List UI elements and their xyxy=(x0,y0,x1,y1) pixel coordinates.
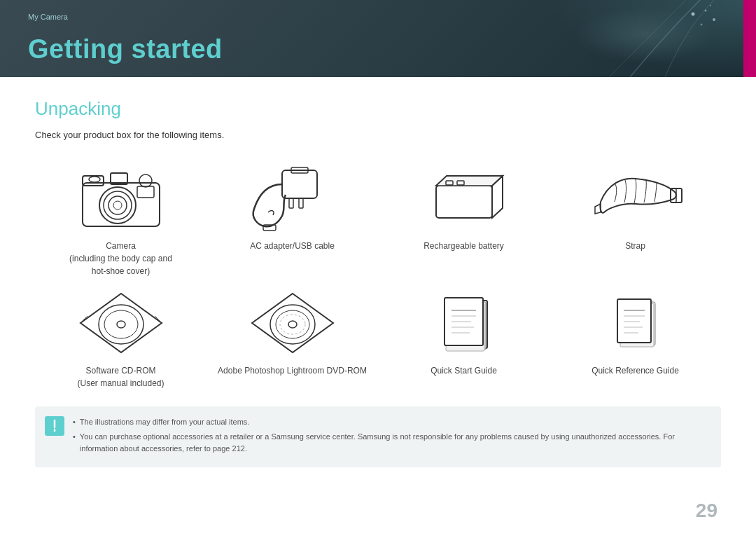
item-strap: Strap xyxy=(550,160,721,277)
page-title: Getting started xyxy=(28,34,223,64)
svg-rect-6 xyxy=(83,176,104,186)
item-quick-reference: Quick Reference Guide xyxy=(550,284,721,390)
page-number: 29 xyxy=(696,500,718,522)
svg-point-8 xyxy=(99,187,136,224)
breadcrumb: My Camera xyxy=(28,13,68,21)
section-title: Unpacking xyxy=(35,98,721,120)
lightroom-dvd-icon xyxy=(237,284,349,362)
battery-icon xyxy=(408,160,520,237)
item-lightroom-dvd: Adobe Photoshop Lightroom DVD-ROM xyxy=(206,284,378,390)
item-ac-adapter: AC adapter/USB cable xyxy=(206,160,378,277)
svg-point-14 xyxy=(139,174,152,187)
note-box: The illustrations may differ from your a… xyxy=(35,406,721,467)
camera-label: Camera (including the body cap and hot-s… xyxy=(69,240,172,277)
quick-start-label: Quick Start Guide xyxy=(430,364,497,377)
quick-reference-label: Quick Reference Guide xyxy=(592,364,679,377)
svg-rect-17 xyxy=(289,198,293,208)
svg-point-4 xyxy=(710,5,711,6)
svg-point-1 xyxy=(705,10,707,12)
svg-point-12 xyxy=(89,177,100,182)
svg-rect-18 xyxy=(299,198,303,208)
software-cd-label: Software CD-ROM (User manual included) xyxy=(77,364,164,390)
svg-point-31 xyxy=(288,321,297,328)
ac-adapter-icon xyxy=(237,160,349,237)
note-text: The illustrations may differ from your a… xyxy=(73,416,710,455)
page-header: My Camera Getting started xyxy=(0,0,756,77)
svg-point-11 xyxy=(113,201,122,209)
strap-label: Strap xyxy=(625,240,645,252)
strap-icon xyxy=(580,160,692,237)
intro-text: Check your product box for the following… xyxy=(35,130,721,140)
note-bullet-2: You can purchase optional accessories at… xyxy=(73,431,710,455)
svg-point-32 xyxy=(280,315,305,334)
quick-start-icon xyxy=(408,284,520,362)
item-battery: Rechargeable battery xyxy=(378,160,550,277)
lightroom-dvd-label: Adobe Photoshop Lightroom DVD-ROM xyxy=(218,364,367,377)
main-content: Unpacking Check your product box for the… xyxy=(0,77,756,481)
svg-rect-13 xyxy=(137,186,154,198)
svg-point-9 xyxy=(104,191,132,219)
svg-point-0 xyxy=(692,13,695,16)
items-grid: Camera (including the body cap and hot-s… xyxy=(35,160,721,390)
svg-rect-21 xyxy=(436,186,492,218)
item-quick-start: Quick Start Guide xyxy=(378,284,550,390)
svg-point-3 xyxy=(701,24,703,26)
svg-point-2 xyxy=(713,18,715,21)
svg-rect-16 xyxy=(282,170,317,198)
quick-reference-icon xyxy=(580,284,692,362)
svg-point-27 xyxy=(104,310,138,338)
item-software-cd: Software CD-ROM (User manual included) xyxy=(35,284,206,390)
item-camera: Camera (including the body cap and hot-s… xyxy=(35,160,206,277)
ac-adapter-label: AC adapter/USB cable xyxy=(250,240,335,252)
svg-point-28 xyxy=(117,321,125,328)
svg-rect-5 xyxy=(83,183,160,226)
camera-icon xyxy=(65,160,177,237)
header-accent-bar xyxy=(743,0,756,77)
note-icon xyxy=(45,416,64,436)
svg-rect-44 xyxy=(617,299,651,343)
software-cd-icon xyxy=(65,284,177,362)
battery-label: Rechargeable battery xyxy=(424,240,504,252)
note-bullet-1: The illustrations may differ from your a… xyxy=(73,416,710,429)
svg-point-10 xyxy=(108,196,127,214)
